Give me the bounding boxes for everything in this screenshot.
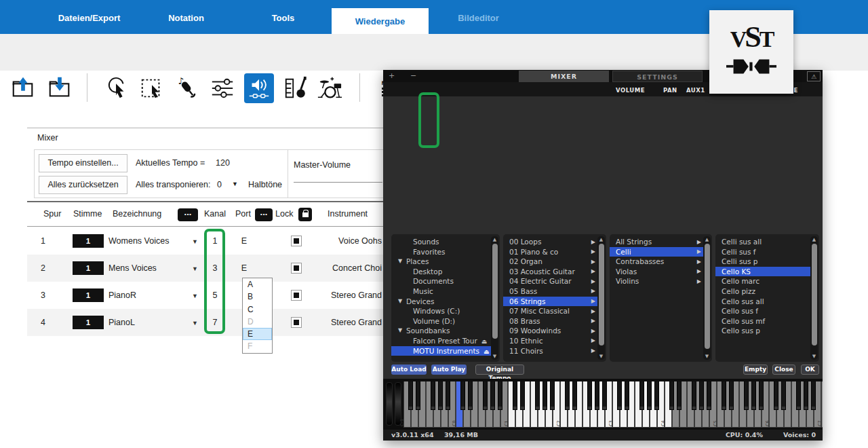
piano-key-black[interactable] [811,381,816,410]
piano-key-black[interactable] [513,381,517,410]
scroll-thumb[interactable] [492,244,498,339]
scroll-up-icon[interactable]: ▲ [597,237,605,242]
track-name[interactable]: Womens Voices [108,227,169,255]
scroll-up-icon[interactable]: ▲ [491,237,498,242]
dropdown-option[interactable]: F [243,340,272,352]
browser-tree-item[interactable]: Sounds [391,237,491,247]
piano-key-black[interactable] [744,381,749,410]
preset-item[interactable]: Cello marc [715,276,810,286]
ok-button[interactable]: OK [801,365,819,375]
piano-key[interactable]: C7 [821,381,823,428]
stimme-badge[interactable]: 1 [73,234,104,248]
scroll-down-icon[interactable]: ▼ [703,354,711,359]
tab-tools[interactable]: Tools [235,0,332,34]
piano-key-black[interactable] [707,381,711,410]
pitch-wheel[interactable] [386,382,393,426]
browser-tree-item[interactable]: Music [391,286,491,297]
tab-wiedergabe[interactable]: Wiedergabe [332,8,429,34]
preset-item[interactable]: Cello KS [715,267,810,277]
track-row[interactable]: 4 1 PianoL ▼ 7 Stereo Grand [27,309,424,336]
piano-key-black[interactable] [408,381,413,410]
piano-key-black[interactable] [654,381,659,410]
plugin-tab-mixer[interactable]: MIXER [519,71,609,82]
piano-key-black[interactable] [565,381,570,410]
bezeichnung-options-button[interactable]: ... [178,208,198,221]
track-name-caret-icon[interactable]: ▼ [192,255,198,282]
browser-tree-item[interactable]: Desktop [391,267,491,277]
browser-tree-item[interactable]: Documents [391,276,491,286]
dropdown-option[interactable]: D [243,316,272,328]
instrument-item[interactable]: Celli▶ [610,247,703,257]
piano-key-black[interactable] [460,381,465,410]
track-name-caret-icon[interactable]: ▼ [192,309,198,336]
category-item[interactable]: 00 Loops▶ [503,237,597,247]
piano-key-black[interactable] [669,381,674,410]
piano-key-black[interactable] [647,381,652,410]
close-button[interactable]: Close [772,365,795,375]
piano-key-black[interactable] [625,381,629,410]
category-item[interactable]: 06 Strings▶ [503,297,597,307]
category-item[interactable]: 02 Organ▶ [503,257,597,267]
auto-load-button[interactable]: Auto Load [391,365,427,375]
dropdown-option[interactable]: C [243,303,272,316]
track-name-caret-icon[interactable]: ▼ [192,227,198,255]
scroll-thumb[interactable] [599,244,604,346]
master-volume-slider[interactable] [294,182,382,183]
port-dropdown[interactable]: A B C D E F [242,278,273,354]
piano-key-black[interactable] [490,381,495,410]
expand-arrow-icon[interactable]: ▼ [398,326,402,336]
category-item[interactable]: 09 Woodwinds▶ [503,326,597,336]
record-microphone-button[interactable]: ♪ [171,73,201,103]
original-tempo-button[interactable]: Original Tempo [475,365,524,375]
lock-checkbox[interactable] [291,317,302,328]
browser-tree-item[interactable]: MOTU Instruments⏏ [391,346,491,356]
piano-key-black[interactable] [431,381,435,410]
category-item[interactable]: 07 Misc Classical▶ [503,306,597,316]
empty-button[interactable]: Empty [743,365,768,375]
mixer-sliders-button[interactable] [208,73,237,103]
category-item[interactable]: 05 Bass▶ [503,286,597,297]
scroll-up-icon[interactable]: ▲ [810,237,818,242]
piano-key-black[interactable] [804,381,808,410]
preset-item[interactable]: Cello sus f [715,306,810,316]
category-item[interactable]: 11 Choirs▶ [503,346,597,356]
dropdown-option-selected[interactable]: E [243,328,272,340]
lock-checkbox[interactable] [291,236,302,246]
piano-key-black[interactable] [796,381,801,410]
stimme-badge[interactable]: 1 [73,316,104,329]
piano-key-black[interactable] [446,381,450,410]
browser-tree-item[interactable]: Favorites [391,247,491,257]
piano-key-black[interactable] [729,381,734,410]
piano-key-black[interactable] [692,381,696,410]
export-folder-button[interactable] [45,73,75,103]
import-folder-button[interactable] [8,73,38,103]
category-item[interactable]: 01 Piano & co▶ [503,247,597,257]
dropdown-option[interactable]: B [243,291,272,303]
piano-key-black[interactable] [759,381,764,410]
track-row[interactable]: 3 1 PianoR ▼ 5 Stereo Grand [27,282,424,309]
preset-item[interactable]: Celli sus f [715,247,810,257]
select-cursor-button[interactable] [102,73,132,103]
instrument-name[interactable]: Stereo Grand [312,309,382,336]
preset-item[interactable]: Cello sus mf [715,316,810,326]
piano-key-black[interactable] [617,381,622,410]
transpose-caret-icon[interactable]: ▼ [232,181,238,187]
tab-notation[interactable]: Notation [138,0,235,34]
piano-key-black[interactable] [550,381,555,410]
piano-key-black[interactable] [699,381,704,410]
expand-arrow-icon[interactable]: ▼ [398,297,402,307]
drums-button[interactable] [315,73,344,103]
track-name[interactable]: PianoL [108,309,135,336]
marquee-select-button[interactable] [137,73,167,103]
scrollbar[interactable]: ▲ ▼ [491,236,498,360]
preset-item[interactable]: Cello sus all [715,297,810,307]
scroll-down-icon[interactable]: ▼ [597,354,605,359]
instrument-item[interactable]: Violas▶ [610,267,703,277]
dropdown-option[interactable]: A [243,278,272,291]
stimme-badge[interactable]: 1 [73,261,104,275]
stimme-badge[interactable]: 1 [73,288,104,302]
category-item[interactable]: 03 Acoustic Guitar▶ [503,267,597,277]
instrument-item[interactable]: Violins▶ [610,276,703,286]
browser-tree-item[interactable]: Volume (D:) [391,316,491,326]
tab-bildeditor[interactable]: Bildeditor [430,0,527,34]
